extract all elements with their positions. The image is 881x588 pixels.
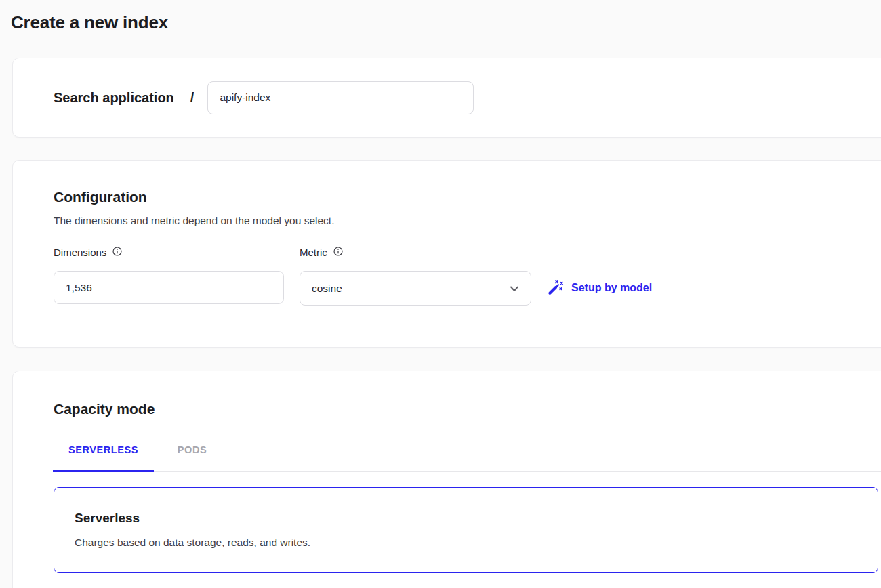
dimensions-label: Dimensions — [54, 247, 122, 258]
tab-pods[interactable]: PODS — [154, 436, 230, 471]
setup-by-model-label: Setup by model — [571, 282, 652, 294]
search-application-label: Search application — [54, 90, 174, 106]
setup-by-model-link[interactable]: Setup by model — [547, 279, 652, 296]
serverless-option-card[interactable]: Serverless Charges based on data storage… — [54, 487, 878, 573]
index-name-card: Search application / — [12, 58, 881, 138]
index-name-input[interactable] — [207, 81, 474, 114]
capacity-mode-title: Capacity mode — [54, 401, 155, 417]
tab-pods-label: PODS — [178, 444, 207, 455]
tab-serverless-label: SERVERLESS — [68, 444, 138, 455]
page-title: Create a new index — [11, 12, 168, 33]
dimensions-label-text: Dimensions — [54, 247, 106, 258]
configuration-subtitle: The dimensions and metric depend on the … — [54, 215, 334, 227]
serverless-option-description: Charges based on data storage, reads, an… — [75, 537, 310, 549]
configuration-card: Configuration The dimensions and metric … — [12, 160, 881, 348]
dimensions-input[interactable] — [54, 271, 284, 304]
chevron-down-icon — [508, 282, 520, 295]
info-icon[interactable] — [333, 247, 343, 256]
capacity-mode-tabs: SERVERLESS PODS — [53, 436, 881, 472]
metric-label-text: Metric — [300, 247, 327, 258]
tab-serverless[interactable]: SERVERLESS — [53, 436, 154, 471]
metric-select[interactable]: cosine — [300, 271, 531, 306]
metric-selected-value: cosine — [312, 282, 342, 295]
configuration-title: Configuration — [54, 189, 147, 205]
info-icon[interactable] — [112, 247, 122, 256]
metric-label: Metric — [300, 247, 343, 258]
magic-wand-icon — [547, 279, 564, 296]
name-separator: / — [190, 90, 194, 106]
active-tab-underline — [53, 470, 154, 472]
capacity-mode-card: Capacity mode SERVERLESS PODS Serverless… — [12, 371, 881, 588]
serverless-option-title: Serverless — [75, 511, 140, 526]
